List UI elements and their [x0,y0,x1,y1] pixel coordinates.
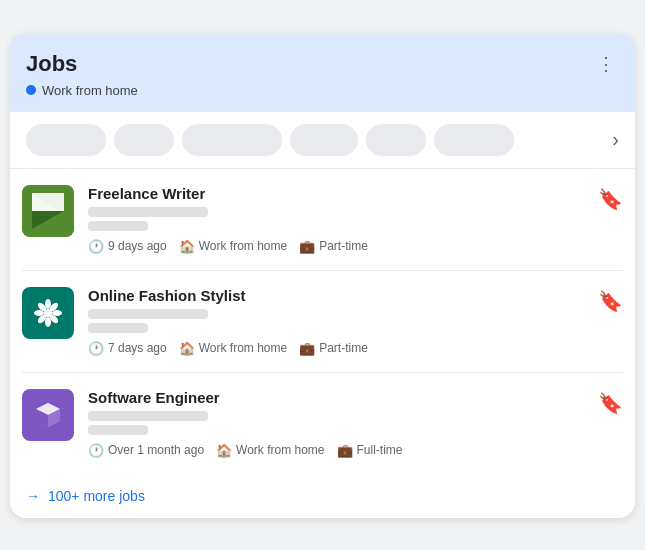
home-icon: 🏠 [216,443,232,458]
job-age: 🕐 9 days ago [88,239,167,254]
home-icon: 🏠 [179,341,195,356]
job-location: 🏠 Work from home [179,341,287,356]
bag-icon: 💼 [299,341,315,356]
job-title: Online Fashion Stylist [88,287,584,304]
page-title: Jobs [26,51,138,77]
job-list: Freelance Writer 🕐 9 days ago 🏠 Work fro… [10,169,635,474]
home-icon: 🏠 [179,239,195,254]
job-info: Online Fashion Stylist 🕐 7 days ago 🏠 Wo… [88,287,584,356]
filter-pill-5[interactable] [366,124,426,156]
header-subtitle: Work from home [26,83,138,98]
filter-pill-6[interactable] [434,124,514,156]
subtitle-text: Work from home [42,83,138,98]
svg-point-7 [34,310,44,316]
bag-icon: 💼 [337,443,353,458]
jobs-card: Jobs Work from home ⋮ › [10,33,635,518]
job-title: Software Engineer [88,389,584,406]
filter-pill-2[interactable] [114,124,174,156]
bag-icon: 💼 [299,239,315,254]
bookmark-icon[interactable]: 🔖 [598,289,623,313]
job-location: 🏠 Work from home [216,443,324,458]
table-row[interactable]: Freelance Writer 🕐 9 days ago 🏠 Work fro… [22,169,623,271]
skeleton-detail [88,323,148,333]
table-row[interactable]: Online Fashion Stylist 🕐 7 days ago 🏠 Wo… [22,271,623,373]
chevron-right-icon[interactable]: › [612,128,619,151]
more-jobs-label: 100+ more jobs [48,488,145,504]
skeleton-company [88,411,208,421]
job-meta: 🕐 9 days ago 🏠 Work from home 💼 Part-tim… [88,239,584,254]
filter-pill-4[interactable] [290,124,358,156]
filter-pill-3[interactable] [182,124,282,156]
filter-pill-1[interactable] [26,124,106,156]
clock-icon: 🕐 [88,341,104,356]
more-jobs-link[interactable]: → 100+ more jobs [10,474,635,518]
job-title: Freelance Writer [88,185,584,202]
skeleton-detail [88,221,148,231]
job-age: 🕐 7 days ago [88,341,167,356]
status-dot [26,85,36,95]
more-menu-icon[interactable]: ⋮ [593,51,619,77]
bookmark-icon[interactable]: 🔖 [598,391,623,415]
job-age: 🕐 Over 1 month ago [88,443,204,458]
filter-bar: › [10,112,635,169]
clock-icon: 🕐 [88,239,104,254]
svg-point-8 [52,310,62,316]
job-meta: 🕐 Over 1 month ago 🏠 Work from home 💼 Fu… [88,443,584,458]
skeleton-company [88,207,208,217]
clock-icon: 🕐 [88,443,104,458]
job-logo-fashion [22,287,74,339]
job-meta: 🕐 7 days ago 🏠 Work from home 💼 Part-tim… [88,341,584,356]
svg-point-5 [45,299,51,309]
header-left: Jobs Work from home [26,51,138,98]
job-logo-software [22,389,74,441]
job-type: 💼 Part-time [299,239,368,254]
skeleton-detail [88,425,148,435]
job-location: 🏠 Work from home [179,239,287,254]
skeleton-company [88,309,208,319]
svg-point-6 [45,317,51,327]
job-type: 💼 Full-time [337,443,403,458]
job-info: Freelance Writer 🕐 9 days ago 🏠 Work fro… [88,185,584,254]
job-info: Software Engineer 🕐 Over 1 month ago 🏠 W… [88,389,584,458]
job-logo-freelance [22,185,74,237]
header: Jobs Work from home ⋮ [10,33,635,112]
svg-marker-2 [32,193,64,211]
bookmark-icon[interactable]: 🔖 [598,187,623,211]
table-row[interactable]: Software Engineer 🕐 Over 1 month ago 🏠 W… [22,373,623,474]
arrow-icon: → [26,488,40,504]
job-type: 💼 Part-time [299,341,368,356]
